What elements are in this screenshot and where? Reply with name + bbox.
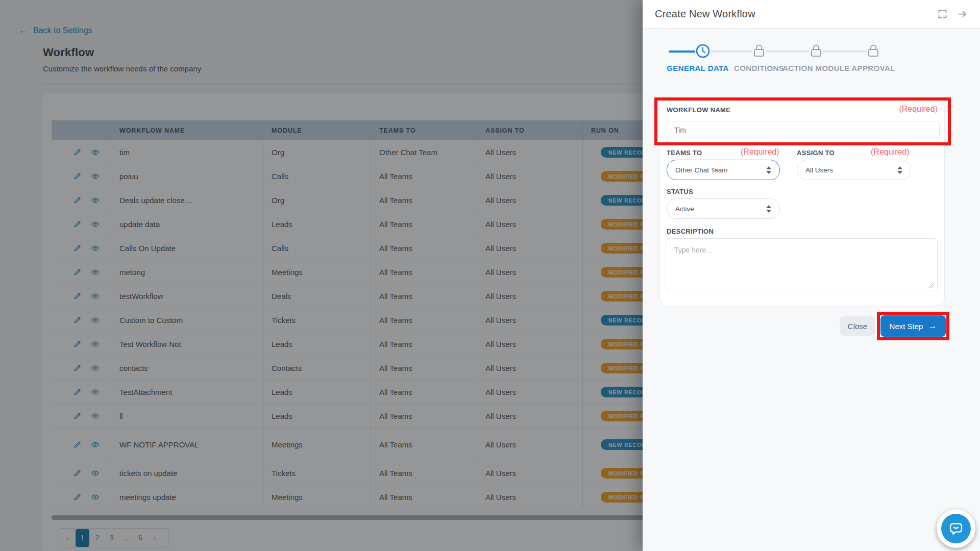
assign-to-select[interactable]: All Users [797, 160, 911, 180]
select-arrows-icon [766, 205, 771, 213]
lock-icon [810, 43, 823, 58]
step-label-conditions[interactable]: CONDITIONS [734, 64, 784, 72]
status-select[interactable]: Active [667, 198, 780, 219]
next-step-button[interactable]: Next Step → [880, 315, 946, 337]
lock-icon [752, 43, 766, 58]
status-label: STATUS [667, 188, 693, 195]
teams-to-label: TEAMS TO [667, 149, 702, 157]
clock-icon [695, 43, 710, 59]
create-workflow-drawer: Create New Workflow GENERAL DATACONDITIO… [643, 0, 980, 551]
workflow-name-input[interactable]: Tim [666, 121, 940, 139]
teams-to-required: (Required) [741, 147, 779, 157]
step-label-action-module[interactable]: ACTION MODULE [782, 64, 850, 72]
expand-icon[interactable] [937, 9, 948, 19]
drawer-title: Create New Workflow [655, 8, 755, 20]
step-track [710, 51, 754, 53]
teams-to-select[interactable]: Other Chat Team [667, 160, 780, 180]
general-data-form-card: WORKFLOW NAME (Required) Tim TEAMS TO (R… [659, 101, 945, 306]
description-label: DESCRIPTION [667, 228, 714, 235]
chat-widget-button[interactable] [937, 509, 975, 548]
next-arrow-icon: → [928, 321, 937, 331]
description-placeholder: Type here... [674, 246, 712, 254]
step-track [764, 51, 810, 53]
step-track [821, 51, 867, 53]
step-label-approval[interactable]: APPROVAL [851, 64, 895, 72]
wizard-stepper: GENERAL DATACONDITIONSACTION MODULEAPPRO… [643, 29, 980, 87]
workflow-name-required: (Required) [899, 105, 938, 114]
assign-to-value: All Users [805, 166, 833, 174]
status-value: Active [675, 205, 694, 213]
assign-to-required: (Required) [871, 147, 910, 157]
teams-to-value: Other Chat Team [675, 166, 728, 174]
workflow-name-label: WORKFLOW NAME [667, 106, 730, 114]
workflow-name-value: Tim [674, 126, 686, 134]
close-button[interactable]: Close [840, 316, 875, 336]
select-arrows-icon [766, 166, 771, 174]
close-button-label: Close [848, 322, 867, 331]
select-arrows-icon [897, 166, 902, 174]
workflow-settings-screen: ← Back to Settings Workflow Customize th… [0, 0, 980, 551]
lock-icon [867, 43, 880, 58]
arrow-right-icon[interactable] [957, 9, 968, 19]
step-label-general-data[interactable]: GENERAL DATA [667, 64, 728, 72]
chat-bubble-icon [941, 514, 971, 543]
description-textarea[interactable]: Type here... [666, 238, 938, 291]
assign-to-label: ASSIGN TO [797, 149, 835, 157]
drawer-header: Create New Workflow [643, 0, 980, 29]
resize-handle-icon[interactable] [929, 283, 934, 288]
next-step-label: Next Step [890, 322, 923, 331]
